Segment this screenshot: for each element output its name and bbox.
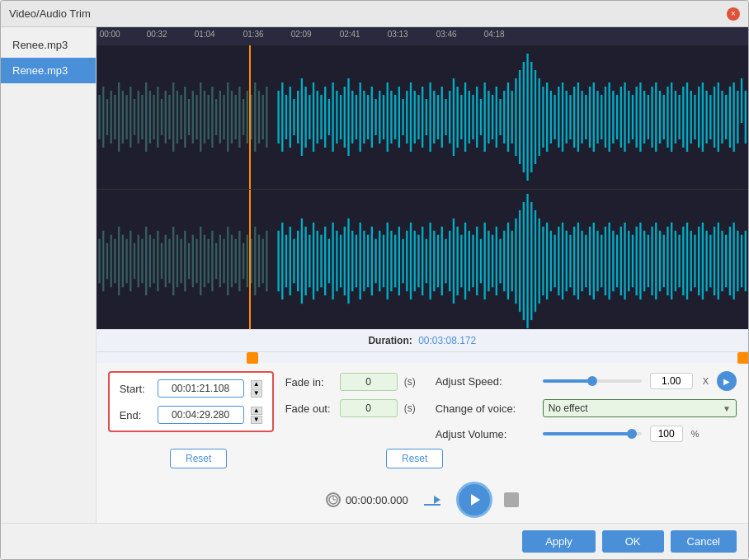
svg-rect-16	[161, 99, 163, 135]
sidebar-item-1[interactable]: Renee.mp3	[1, 58, 96, 83]
speed-row: Adjust Speed: X ▶	[436, 371, 737, 391]
svg-rect-107	[522, 62, 524, 172]
svg-rect-296	[616, 235, 618, 288]
svg-rect-56	[324, 87, 326, 148]
svg-rect-247	[425, 239, 426, 284]
voice-select[interactable]: No effect ▼	[543, 399, 737, 417]
svg-rect-24	[191, 91, 193, 144]
speed-slider-fill	[543, 379, 592, 383]
start-down-btn[interactable]: ▼	[251, 389, 262, 398]
speed-value-input[interactable]	[650, 373, 693, 389]
voice-label: Change of voice:	[436, 402, 535, 415]
start-input[interactable]	[158, 379, 244, 398]
svg-rect-34	[230, 91, 232, 144]
svg-rect-90	[456, 87, 458, 148]
volume-label: Adjust Volume:	[436, 428, 535, 440]
reset-group-right: Reset	[324, 449, 506, 468]
timeline-marker-3: 01:36	[243, 30, 264, 39]
svg-rect-328	[741, 235, 742, 288]
window-title: Video/Audio Trim	[9, 7, 91, 20]
svg-rect-324	[725, 235, 727, 288]
svg-rect-5	[118, 82, 120, 152]
svg-rect-300	[631, 235, 633, 288]
svg-rect-18	[168, 95, 170, 139]
volume-slider-thumb[interactable]	[627, 429, 637, 439]
svg-rect-188	[188, 243, 190, 280]
timeline-marker-5: 02:41	[340, 30, 360, 39]
start-up-btn[interactable]: ▲	[251, 380, 262, 388]
svg-rect-289	[589, 227, 591, 296]
volume-slider-fill	[543, 432, 632, 435]
fade-out-input[interactable]	[340, 399, 398, 417]
svg-rect-190	[195, 239, 197, 284]
svg-rect-64	[355, 95, 356, 139]
timeline-marker-6: 03:13	[388, 30, 408, 39]
main-content: Renee.mp3 Renee.mp3 00:00 00:32 01:04 01…	[1, 27, 748, 523]
svg-rect-120	[573, 87, 575, 148]
svg-rect-140	[651, 87, 652, 148]
apply-button[interactable]: Apply	[522, 530, 596, 553]
svg-rect-123	[585, 95, 586, 139]
svg-rect-68	[370, 87, 372, 148]
timeline: 00:00 00:32 01:04 01:36 02:09 02:41 03:1…	[97, 27, 748, 45]
trim-handle-right[interactable]	[737, 352, 748, 364]
svg-rect-151	[694, 95, 695, 139]
speed-slider-thumb[interactable]	[587, 376, 597, 386]
start-label: Start:	[120, 383, 151, 395]
svg-rect-31	[219, 91, 220, 144]
svg-rect-207	[261, 239, 263, 284]
svg-rect-275	[534, 210, 535, 312]
svg-rect-117	[562, 82, 563, 152]
svg-rect-135	[631, 95, 633, 139]
svg-rect-262	[483, 223, 485, 299]
svg-rect-285	[573, 227, 575, 296]
svg-rect-127	[601, 95, 602, 139]
svg-rect-194	[211, 231, 213, 292]
end-down-btn[interactable]: ▼	[251, 416, 262, 424]
svg-rect-160	[728, 87, 730, 148]
play-speed-button[interactable]: ▶	[717, 371, 737, 391]
svg-rect-23	[188, 99, 190, 135]
svg-rect-162	[737, 91, 738, 144]
cancel-button[interactable]: Cancel	[671, 530, 737, 553]
playhead-bottom	[249, 190, 251, 329]
svg-rect-101	[499, 99, 501, 135]
svg-rect-271	[519, 210, 521, 312]
export-button[interactable]	[420, 490, 445, 510]
svg-rect-42	[261, 95, 263, 139]
playhead[interactable]	[249, 45, 251, 189]
fade-in-input[interactable]	[340, 373, 398, 391]
svg-rect-80	[417, 95, 419, 139]
svg-rect-7	[125, 95, 127, 139]
waveform-area: 00:00 00:32 01:04 01:36 02:09 02:41 03:1…	[97, 27, 748, 329]
close-button[interactable]: ×	[727, 7, 740, 21]
reset-fade-button[interactable]: Reset	[386, 449, 443, 468]
sidebar-item-0[interactable]: Renee.mp3	[1, 32, 96, 58]
svg-rect-61	[343, 87, 345, 148]
trim-controls: Start: ▲ ▼ End: ▲ ▼	[108, 371, 737, 442]
svg-rect-138	[643, 91, 645, 144]
svg-rect-37	[243, 99, 244, 135]
end-input[interactable]	[158, 406, 244, 424]
svg-rect-94	[472, 95, 473, 139]
play-button[interactable]	[456, 482, 492, 518]
trim-handle-left[interactable]	[247, 352, 258, 364]
svg-rect-8	[130, 87, 131, 148]
svg-rect-87	[445, 99, 446, 135]
svg-rect-63	[351, 91, 353, 144]
svg-rect-14	[153, 95, 154, 139]
reset-trim-button[interactable]: Reset	[170, 449, 227, 468]
svg-rect-141	[655, 82, 657, 152]
svg-rect-302	[639, 223, 641, 299]
svg-rect-228	[351, 231, 353, 292]
svg-rect-108	[526, 54, 528, 181]
svg-rect-55	[320, 95, 322, 139]
svg-rect-105	[515, 78, 516, 156]
svg-rect-189	[191, 235, 193, 288]
end-up-btn[interactable]: ▲	[251, 407, 262, 415]
svg-rect-270	[515, 219, 516, 304]
stop-button[interactable]	[504, 492, 519, 507]
svg-rect-268	[506, 223, 508, 299]
ok-button[interactable]: OK	[602, 530, 664, 553]
volume-value-input[interactable]	[650, 426, 683, 442]
